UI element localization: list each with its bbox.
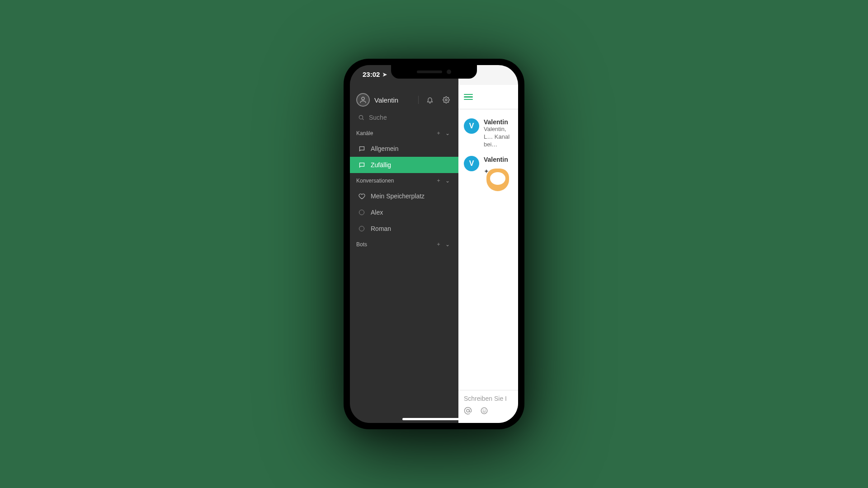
section-conversations-header[interactable]: Konversationen ＋ ⌄ — [350, 173, 458, 188]
chat-icon — [358, 145, 365, 152]
section-bots-header[interactable]: Bots ＋ ⌄ — [350, 237, 458, 252]
message-composer[interactable]: Schreiben Sie I — [458, 390, 518, 423]
profile-name: Valentin — [374, 96, 413, 104]
notifications-icon[interactable] — [424, 94, 436, 106]
svg-line-3 — [363, 119, 364, 120]
status-time: 23:02 — [363, 70, 380, 78]
channel-label: Allgemein — [371, 145, 398, 152]
svg-point-1 — [445, 99, 447, 101]
conversation-roman[interactable]: Roman — [350, 221, 458, 237]
channel-label: Zufällig — [371, 161, 391, 169]
section-conversations-label: Konversationen — [356, 178, 434, 184]
svg-point-5 — [481, 408, 487, 414]
section-channels-header[interactable]: Kanäle ＋ ⌄ — [350, 126, 458, 141]
composer-placeholder[interactable]: Schreiben Sie I — [464, 395, 513, 407]
conversation-label: Roman — [371, 225, 391, 232]
add-conversation-icon[interactable]: ＋ — [434, 177, 443, 184]
message-avatar[interactable]: V — [464, 118, 479, 134]
settings-icon[interactable] — [440, 94, 452, 106]
message-list[interactable]: V Valentin Valentin, L… Kanal bei… V Val… — [458, 109, 518, 390]
notch — [391, 65, 477, 79]
collapse-conversations-icon[interactable]: ⌄ — [443, 178, 452, 184]
message-item[interactable]: V Valentin Valentin, L… Kanal bei… — [458, 115, 518, 152]
svg-point-7 — [485, 410, 486, 410]
search-icon — [358, 114, 364, 121]
conversation-alex[interactable]: Alex — [350, 204, 458, 221]
presence-circle-icon — [358, 225, 365, 232]
sidebar: Valentin Suche Kanäle ＋ ⌄ — [350, 65, 458, 423]
message-author: Valentin — [484, 156, 511, 163]
divider — [418, 96, 419, 104]
home-indicator[interactable] — [402, 418, 466, 420]
message-item[interactable]: V Valentin ✦ — [458, 152, 518, 197]
profile-row[interactable]: Valentin — [350, 89, 458, 109]
search-placeholder: Suche — [369, 114, 387, 121]
phone-frame: 23:02 ➤ Valentin Suche — [344, 59, 524, 429]
profile-avatar[interactable] — [356, 93, 370, 107]
chat-icon — [358, 161, 365, 169]
conversation-label: Mein Speicherplatz — [371, 192, 425, 200]
collapse-channels-icon[interactable]: ⌄ — [443, 130, 452, 136]
collapse-bots-icon[interactable]: ⌄ — [443, 241, 452, 248]
svg-point-6 — [483, 410, 483, 410]
screen: 23:02 ➤ Valentin Suche — [350, 65, 518, 423]
message-avatar[interactable]: V — [464, 156, 479, 171]
conversation-speicherplatz[interactable]: Mein Speicherplatz — [350, 188, 458, 204]
sticker-cat-thumbs-up: ✦ — [484, 166, 511, 193]
presence-circle-icon — [358, 209, 365, 216]
content-panel: V Valentin Valentin, L… Kanal bei… V Val… — [458, 65, 518, 423]
message-author: Valentin — [484, 118, 513, 126]
message-text: Valentin, L… Kanal bei… — [484, 126, 513, 149]
channel-zufaellig[interactable]: Zufällig — [350, 157, 458, 173]
location-arrow-icon: ➤ — [382, 71, 387, 78]
content-topbar — [458, 85, 518, 109]
search-input[interactable]: Suche — [350, 109, 458, 126]
channel-allgemein[interactable]: Allgemein — [350, 141, 458, 157]
svg-point-2 — [359, 115, 363, 119]
mention-icon[interactable] — [464, 407, 472, 417]
heart-icon — [358, 192, 365, 200]
svg-point-0 — [362, 97, 364, 100]
section-bots-label: Bots — [356, 241, 434, 248]
svg-point-4 — [467, 409, 469, 412]
emoji-icon[interactable] — [480, 407, 488, 417]
hamburger-menu-icon[interactable] — [464, 94, 473, 100]
add-channel-icon[interactable]: ＋ — [434, 129, 443, 137]
add-bot-icon[interactable]: ＋ — [434, 240, 443, 248]
section-channels-label: Kanäle — [356, 130, 434, 136]
conversation-label: Alex — [371, 209, 383, 216]
